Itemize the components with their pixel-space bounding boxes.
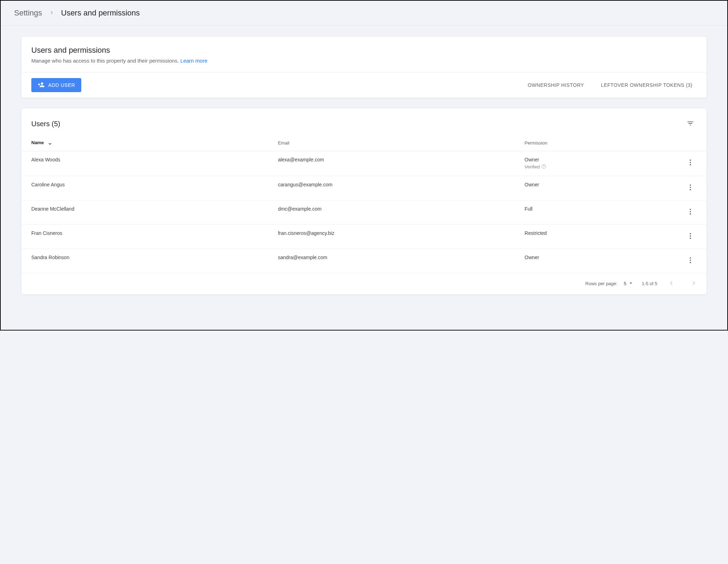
user-email: alexa@example.com [268,151,515,176]
user-permission: Restricted [515,224,665,249]
col-header-name-label: Name [31,140,44,145]
leftover-tokens-button[interactable]: LEFTOVER OWNERSHIP TOKENS (3) [597,79,697,91]
table-row: Alexa Woodsalexa@example.comOwnerVerifie… [21,151,707,176]
svg-point-12 [690,235,691,237]
svg-point-11 [690,233,691,235]
next-page-button[interactable] [688,277,700,290]
more-vert-icon [686,159,694,167]
user-name: Sandra Robinson [21,249,268,273]
user-name: Alexa Woods [21,151,268,176]
svg-point-15 [690,259,691,261]
more-vert-icon [686,256,694,265]
user-email: fran.cisneros@agency.biz [268,224,515,249]
rows-per-page-value: 5 [624,281,626,286]
user-name: Fran Cisneros [21,224,268,249]
svg-point-14 [690,257,691,259]
verified-badge: Verified [525,164,656,170]
breadcrumb: Settings Users and permissions [1,1,727,26]
row-menu-button[interactable] [684,182,697,194]
add-user-label: ADD USER [48,82,75,88]
breadcrumb-root[interactable]: Settings [14,8,42,18]
help-icon[interactable] [541,164,546,170]
users-card: Users (5) Name [21,108,707,295]
more-vert-icon [686,232,694,241]
user-permission: Owner [515,249,665,273]
col-header-email[interactable]: Email [268,134,515,151]
filter-icon [686,120,694,128]
user-permission: OwnerVerified [515,151,665,176]
more-vert-icon [686,184,694,192]
users-heading: Users (5) [31,120,684,128]
svg-point-9 [690,211,691,212]
svg-point-16 [690,262,691,263]
chevron-right-icon [690,279,698,288]
table-row: Sandra Robinsonsandra@example.comOwner [21,249,707,273]
chevron-left-icon [667,279,675,288]
table-row: Deanne McClellanddmc@example.comFull [21,200,707,224]
page-subtitle: Manage who has access to this property a… [31,58,697,64]
more-vert-icon [686,208,694,217]
table-row: Fran Cisnerosfran.cisneros@agency.bizRes… [21,224,707,249]
user-name: Caroline Angus [21,176,268,200]
dropdown-icon [628,280,634,287]
svg-point-13 [690,238,691,239]
user-email: sandra@example.com [268,249,515,273]
rows-per-page-select[interactable]: 5 [624,280,634,287]
chevron-right-icon [49,9,55,17]
svg-point-1 [544,167,544,168]
pagination-range: 1-5 of 5 [642,281,657,286]
header-card: Users and permissions Manage who has acc… [21,36,707,98]
subtitle-text: Manage who has access to this property a… [31,58,181,64]
prev-page-button[interactable] [665,277,678,290]
page-title: Users and permissions [31,46,697,55]
table-row: Caroline Anguscarangus@example.comOwner [21,176,707,200]
col-header-name[interactable]: Name [21,134,268,151]
svg-point-6 [690,187,691,188]
row-menu-button[interactable] [684,255,697,267]
svg-point-5 [690,185,691,186]
user-email: carangus@example.com [268,176,515,200]
svg-point-2 [690,160,691,161]
row-menu-button[interactable] [684,230,697,243]
svg-point-3 [690,162,691,163]
users-table: Name Email Permission Alexa Woodsalexa@e… [21,134,707,273]
row-menu-button[interactable] [684,157,697,169]
svg-point-10 [690,213,691,215]
row-menu-button[interactable] [684,206,697,219]
svg-point-7 [690,189,691,191]
user-permission: Owner [515,176,665,200]
svg-point-8 [690,209,691,210]
user-permission: Full [515,200,665,224]
person-add-icon [38,81,45,89]
user-name: Deanne McClelland [21,200,268,224]
svg-point-4 [690,164,691,166]
add-user-button[interactable]: ADD USER [31,78,81,92]
filter-button[interactable] [684,117,697,130]
arrow-down-icon [47,140,53,146]
ownership-history-button[interactable]: OWNERSHIP HISTORY [524,79,588,91]
col-header-permission[interactable]: Permission [515,134,665,151]
user-email: dmc@example.com [268,200,515,224]
breadcrumb-current: Users and permissions [61,8,140,18]
rows-per-page-label: Rows per page: [585,281,618,286]
learn-more-link[interactable]: Learn more [181,58,208,64]
pagination: Rows per page: 5 1-5 of 5 [21,273,707,294]
